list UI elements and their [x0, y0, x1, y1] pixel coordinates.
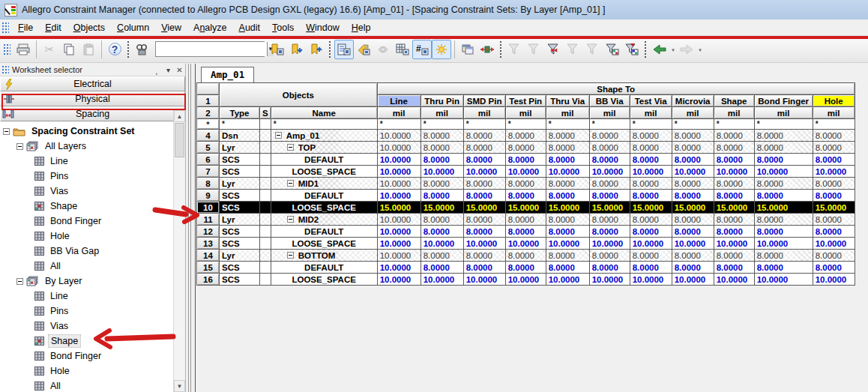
- type-cell[interactable]: Lyr: [220, 178, 260, 190]
- value-cell[interactable]: 8.0000: [630, 130, 672, 142]
- value-cell[interactable]: 8.0000: [630, 262, 672, 274]
- value-cell[interactable]: 8.0000: [505, 190, 546, 202]
- dropdown-caret-icon[interactable]: ▾: [669, 40, 677, 59]
- filter-value-cell[interactable]: *: [377, 119, 421, 130]
- value-cell[interactable]: 8.0000: [672, 142, 714, 154]
- value-cell[interactable]: 8.0000: [672, 214, 714, 226]
- filter-value-cell[interactable]: *: [672, 119, 714, 130]
- value-cell[interactable]: 8.0000: [463, 214, 505, 226]
- value-cell[interactable]: 15.0000: [813, 202, 855, 214]
- value-cell[interactable]: 8.0000: [813, 130, 855, 142]
- s-cell[interactable]: [260, 190, 271, 202]
- tree-item-by-layer-hole[interactable]: Hole: [0, 364, 185, 379]
- filter-value-cell[interactable]: *: [630, 119, 672, 130]
- scroll-down-icon[interactable]: ▼: [174, 380, 185, 392]
- value-cell[interactable]: 10.0000: [813, 166, 855, 178]
- menu-column[interactable]: Column: [111, 21, 155, 34]
- value-cell[interactable]: 8.0000: [754, 250, 813, 262]
- value-cell[interactable]: 8.0000: [714, 142, 754, 154]
- filter-s-cell[interactable]: [260, 119, 271, 130]
- tree-item-by-layer-line[interactable]: Line: [0, 289, 185, 304]
- s-cell[interactable]: [260, 178, 271, 190]
- value-cell[interactable]: 10.0000: [672, 238, 714, 250]
- collapse-icon[interactable]: [16, 143, 23, 150]
- value-cell[interactable]: 10.0000: [630, 274, 672, 286]
- value-cell[interactable]: 10.0000: [377, 130, 421, 142]
- value-cell[interactable]: 8.0000: [630, 142, 672, 154]
- value-cell[interactable]: 10.0000: [714, 166, 754, 178]
- value-cell[interactable]: 15.0000: [589, 202, 630, 214]
- print-icon[interactable]: [13, 40, 33, 59]
- column-header-shape[interactable]: Shape: [714, 95, 754, 107]
- value-cell[interactable]: 10.0000: [377, 190, 421, 202]
- value-cell[interactable]: 10.0000: [630, 238, 672, 250]
- s-cell[interactable]: [260, 274, 271, 286]
- value-cell[interactable]: 8.0000: [754, 190, 813, 202]
- column-header-thru-pin[interactable]: Thru Pin: [421, 95, 463, 107]
- value-cell[interactable]: 10.0000: [813, 238, 855, 250]
- scroll-up-icon[interactable]: ▲: [174, 110, 185, 122]
- filter-value-cell[interactable]: *: [421, 119, 463, 130]
- worksheet-selector-icon[interactable]: [334, 40, 354, 59]
- value-cell[interactable]: 10.0000: [377, 262, 421, 274]
- value-cell[interactable]: 10.0000: [377, 274, 421, 286]
- collapse-icon[interactable]: [287, 216, 294, 223]
- value-cell[interactable]: 8.0000: [589, 262, 630, 274]
- value-cell[interactable]: 8.0000: [630, 154, 672, 166]
- tree-item-all-layers-shape[interactable]: Shape: [0, 199, 185, 214]
- tree-item-all-layers-bb-via-gap[interactable]: BB Via Gap: [0, 244, 185, 259]
- value-cell[interactable]: 10.0000: [505, 166, 546, 178]
- column-header-smd-pin[interactable]: SMD Pin: [463, 95, 505, 107]
- filter-value-cell[interactable]: *: [714, 119, 754, 130]
- value-cell[interactable]: 8.0000: [813, 226, 855, 238]
- value-cell[interactable]: 8.0000: [813, 190, 855, 202]
- value-cell[interactable]: 8.0000: [505, 154, 546, 166]
- value-cell[interactable]: 8.0000: [589, 226, 630, 238]
- value-cell[interactable]: 10.0000: [377, 238, 421, 250]
- value-cell[interactable]: 10.0000: [546, 238, 589, 250]
- menu-file[interactable]: File: [12, 21, 39, 34]
- type-cell[interactable]: SCS: [220, 166, 260, 178]
- value-cell[interactable]: 8.0000: [672, 178, 714, 190]
- value-cell[interactable]: 8.0000: [505, 214, 546, 226]
- value-cell[interactable]: 8.0000: [813, 262, 855, 274]
- bookmark-up-icon[interactable]: [307, 40, 326, 59]
- value-cell[interactable]: 10.0000: [630, 166, 672, 178]
- tree-item-by-layer-all[interactable]: All: [0, 379, 185, 392]
- tree-item-all-layers-pins[interactable]: Pins: [0, 169, 185, 184]
- selector-physical-button[interactable]: Physical: [0, 91, 185, 106]
- tag-icon[interactable]: [354, 40, 373, 59]
- s-cell[interactable]: [260, 214, 271, 226]
- back-icon[interactable]: [650, 40, 669, 59]
- value-cell[interactable]: 8.0000: [813, 214, 855, 226]
- value-cell[interactable]: 8.0000: [505, 130, 546, 142]
- value-cell[interactable]: 8.0000: [421, 250, 463, 262]
- value-cell[interactable]: 8.0000: [589, 130, 630, 142]
- value-cell[interactable]: 8.0000: [714, 214, 754, 226]
- value-cell[interactable]: 15.0000: [630, 202, 672, 214]
- pin-icon[interactable]: ˛: [151, 66, 163, 74]
- value-cell[interactable]: 10.0000: [714, 274, 754, 286]
- name-cell-mid1[interactable]: MID1: [271, 178, 377, 190]
- value-cell[interactable]: 8.0000: [813, 142, 855, 154]
- name-cell-top[interactable]: TOP: [271, 142, 377, 154]
- s-cell[interactable]: [260, 250, 271, 262]
- value-cell[interactable]: 8.0000: [421, 142, 463, 154]
- panel-menu-icon[interactable]: ▾: [163, 66, 174, 74]
- column-header-hole[interactable]: Hole: [813, 95, 855, 107]
- name-cell-loose_space[interactable]: LOOSE_SPACE: [271, 274, 377, 286]
- value-cell[interactable]: 8.0000: [505, 226, 546, 238]
- tree-scrollbar[interactable]: ▲ ▼: [173, 110, 185, 392]
- filter-value-cell[interactable]: *: [813, 119, 855, 130]
- value-cell[interactable]: 8.0000: [463, 154, 505, 166]
- type-cell[interactable]: Lyr: [220, 250, 260, 262]
- value-cell[interactable]: 10.0000: [377, 214, 421, 226]
- value-cell[interactable]: 10.0000: [714, 238, 754, 250]
- filter-type-cell[interactable]: *: [220, 119, 260, 130]
- value-cell[interactable]: 8.0000: [714, 154, 754, 166]
- value-cell[interactable]: 8.0000: [630, 250, 672, 262]
- column-header-test-via[interactable]: Test Via: [630, 95, 672, 107]
- value-cell[interactable]: 8.0000: [463, 178, 505, 190]
- s-cell[interactable]: [260, 154, 271, 166]
- name-cell-loose_space[interactable]: LOOSE_SPACE: [271, 166, 377, 178]
